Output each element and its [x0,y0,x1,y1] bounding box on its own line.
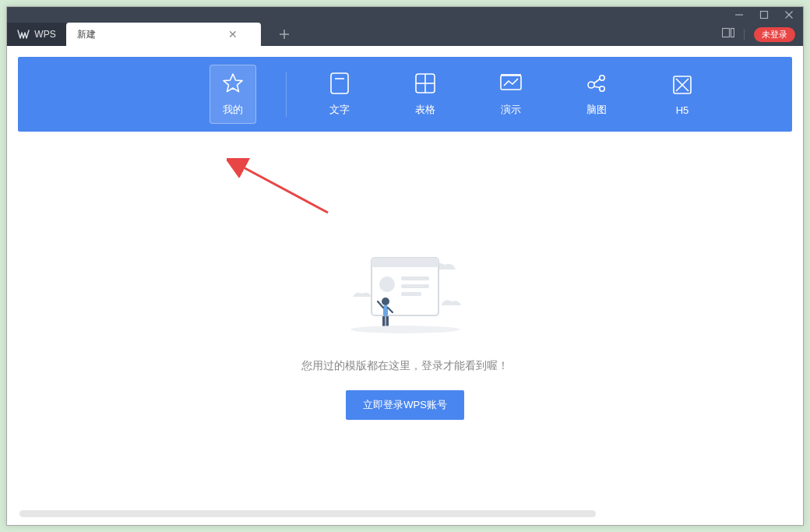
svg-rect-31 [383,305,388,316]
svg-point-36 [350,326,460,333]
content-area: 我的 文字 表格 演示 [7,46,803,525]
empty-state-message: 您用过的模版都在这里，登录才能看到喔！ [301,359,509,373]
titlebar [7,7,803,23]
new-tab-button[interactable] [270,23,298,46]
login-wps-button[interactable]: 立即登录WPS账号 [346,390,464,420]
nav-label: 演示 [501,103,521,117]
svg-point-17 [600,86,604,91]
svg-point-30 [382,298,389,305]
doc-tab-new[interactable]: 新建 ✕ [66,23,261,46]
nav-label: 我的 [223,103,243,117]
nav-item-h5[interactable]: H5 [659,67,706,122]
home-tab-label: WPS [34,29,55,40]
plus-icon [279,29,290,40]
nav-label: 脑图 [586,103,607,117]
table-icon [412,72,438,95]
svg-rect-6 [723,29,730,37]
svg-point-16 [600,76,604,80]
svg-rect-8 [331,73,348,93]
app-window: WPS 新建 ✕ 未登录 我的 [6,6,804,526]
doc-tab-label: 新建 [77,28,96,41]
nav-label: H5 [676,104,689,116]
template-nav-strip: 我的 文字 表格 演示 [18,57,792,132]
separator [744,29,745,40]
svg-point-15 [588,82,594,88]
svg-line-23 [241,166,328,213]
horizontal-scrollbar[interactable] [19,510,596,517]
nav-separator [286,72,287,117]
star-icon [220,72,246,95]
nav-item-spreadsheet[interactable]: 表格 [402,65,449,123]
nav-item-mindmap[interactable]: 脑图 [573,65,620,123]
svg-rect-7 [731,29,734,37]
close-tab-icon[interactable]: ✕ [228,28,238,41]
nav-label: 表格 [415,103,435,117]
svg-point-26 [379,277,395,292]
tabbar-right: 未登录 [722,23,803,46]
tab-bar: WPS 新建 ✕ 未登录 [7,23,803,46]
maximize-button[interactable] [759,10,773,19]
svg-rect-28 [401,284,429,288]
login-status-pill[interactable]: 未登录 [754,27,795,42]
close-button[interactable] [784,10,798,19]
empty-state: 您用过的模版都在这里，登录才能看到喔！ 立即登录WPS账号 [301,248,509,420]
nav-item-writer[interactable]: 文字 [316,65,363,123]
h5-icon [669,73,696,97]
svg-line-19 [594,86,600,88]
layout-toggle-icon[interactable] [722,27,734,41]
home-tab[interactable]: WPS [7,23,66,46]
wps-logo-icon [17,29,30,40]
svg-rect-25 [372,258,438,267]
svg-line-18 [594,79,600,84]
mindmap-icon [583,72,610,95]
nav-item-presentation[interactable]: 演示 [488,65,534,123]
presentation-icon [498,72,524,95]
minimize-button[interactable] [734,10,748,19]
svg-rect-27 [401,277,429,280]
nav-item-mine[interactable]: 我的 [210,65,256,124]
empty-illustration [339,248,471,334]
nav-label: 文字 [329,103,350,117]
svg-rect-1 [761,12,768,19]
document-icon [326,72,353,95]
svg-rect-29 [401,292,421,296]
annotation-arrow [227,158,343,220]
